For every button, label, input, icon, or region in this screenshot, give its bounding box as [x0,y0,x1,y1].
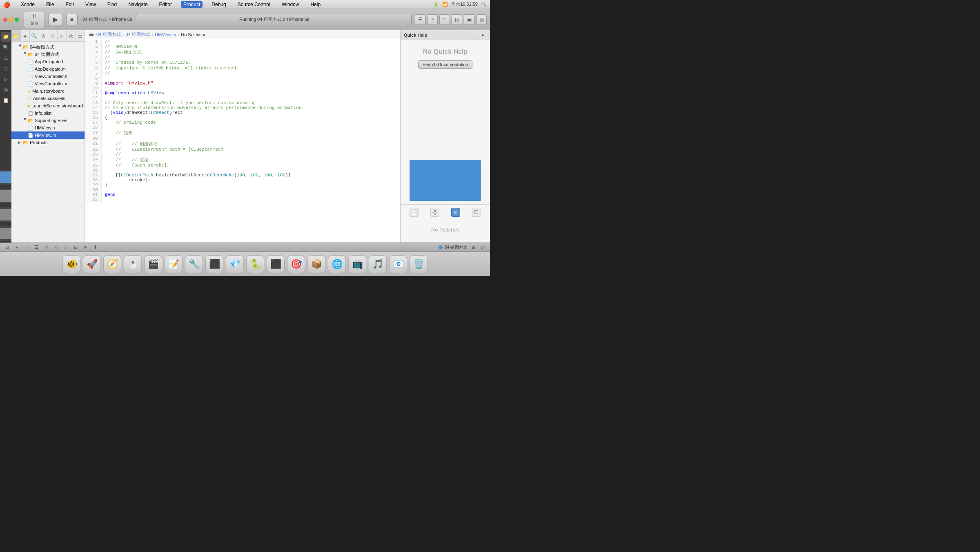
layout-toggle-2[interactable]: ▣ [464,14,474,25]
test-icon[interactable]: ◇ [1,64,11,73]
navigator-icon[interactable]: 📁 [1,32,11,42]
status-grid-right-icon[interactable]: ⊞ [470,244,477,251]
file-inspector-icon[interactable]: 📄 [410,208,419,217]
tree-item-infoplist[interactable]: 📋 Info.plist [11,109,85,117]
debug-nav-icon[interactable]: ▷ [1,74,11,84]
menu-product[interactable]: Product [181,1,203,8]
menu-help[interactable]: Help [308,1,323,8]
menu-editor[interactable]: Editor [157,1,174,8]
symbol-nav-tab[interactable]: ◈ [21,30,30,41]
menu-window[interactable]: Window [279,1,302,8]
breadcrumb-file[interactable]: HMView.m [155,32,176,37]
dock-app3[interactable]: 🖱️ [124,255,142,273]
dock-app14[interactable]: 📺 [348,255,366,273]
project-nav-tab[interactable]: 📁 [11,30,21,41]
status-add-icon[interactable]: + [13,244,20,251]
scheme-selector[interactable]: 04-绘图方式 > iPhone 6s [82,16,132,22]
status-down-icon[interactable]: ▽ [62,244,69,251]
tree-item-supporting-files[interactable]: ▶ 📂 Supporting Files [11,117,85,124]
menu-edit[interactable]: Edit [63,1,76,8]
menu-debug[interactable]: Debug [209,1,228,8]
report-nav-tab[interactable]: ☰ [76,30,85,41]
layout-toggle-1[interactable]: ▤ [452,14,462,25]
inspector-toggle-2[interactable]: ▸ [479,31,487,39]
dock-launchpad[interactable]: 🚀 [83,255,101,273]
code-editor[interactable]: 1//2// HMView.m3// 04-绘图方式4//5// Created… [85,39,400,243]
help-inspector-icon[interactable]: {} [430,208,439,217]
dock-app17[interactable]: 🗑️ [410,255,428,273]
dock-app12[interactable]: 📦 [307,255,325,273]
issues-icon[interactable]: ⚠ [1,53,11,63]
menu-view[interactable]: View [83,1,98,8]
status-up-icon[interactable]: △ [52,244,60,251]
menu-file[interactable]: File [44,1,56,8]
nav-arrows[interactable]: ◀▶ [88,32,95,37]
dock-app11[interactable]: 🎯 [287,255,305,273]
dock-safari[interactable]: 🧭 [103,255,121,273]
tree-item-root-folder[interactable]: ▶ 📂 04-绘图方式 [11,43,85,51]
stop-button[interactable]: ⏸ 暂停 [24,11,45,28]
minimize-button[interactable] [9,18,13,22]
close-button[interactable] [3,18,7,22]
tree-item-assets[interactable]: ⬡ Assets.xcassets [11,95,85,102]
line-number-30: 30 [85,187,101,192]
status-share-icon[interactable]: ⬆ [91,244,99,251]
search-nav-icon[interactable]: 🔍 [1,42,11,52]
tree-item-appdelegate-h[interactable]: 📄 AppDelegate.h [11,58,85,65]
dock-terminal[interactable]: ⬛ [205,255,223,273]
dock-app10[interactable]: ⬛ [267,255,285,273]
utilities-toggle[interactable]: □ [439,14,450,25]
editor-area: ◀▶ 04-绘图方式 › 04-绘图方式 › HMView.m › No Sel… [85,30,400,243]
maximize-button[interactable] [15,18,19,22]
dock-sketch[interactable]: 💎 [226,255,244,273]
menu-source-control[interactable]: Source Control [235,1,273,8]
search-icon[interactable]: 🔍 [481,2,487,7]
menu-navigate[interactable]: Navigate [126,1,150,8]
issue-nav-tab[interactable]: ⚠ [39,30,49,41]
tree-item-launch-storyboard[interactable]: ◈ LaunchScreen.storyboard [11,102,85,109]
quick-help-inspector-icon[interactable]: ⊙ [451,208,460,217]
tree-item-hmview-m[interactable]: 📄 HMView.m [11,131,85,139]
test-nav-tab[interactable]: ◇ [48,30,58,41]
status-right-icon[interactable]: ▷ [479,244,487,251]
dock-app16[interactable]: 📧 [389,255,407,273]
dock-textedit[interactable]: 📝 [165,255,183,273]
tree-item-products[interactable]: ▶ 📂 Products [11,139,85,146]
tree-item-hmview-h[interactable]: 📄 HMView.h [11,124,85,131]
tree-item-viewcontroller-m[interactable]: 📄 ViewController.m [11,80,85,87]
status-filter-icon[interactable]: ⊟ [72,244,79,251]
status-circle-icon[interactable]: ○ [23,244,30,251]
debug-nav-tab[interactable]: ▷ [58,30,67,41]
dock-app15[interactable]: 🎵 [369,255,387,273]
dock-app6[interactable]: 🔧 [185,255,203,273]
search-doc-button[interactable]: Search Documentation [418,60,473,69]
tree-item-appdelegate-m[interactable]: 📄 AppDelegate.m [11,65,85,73]
report-icon[interactable]: 📋 [1,96,11,105]
layout-toggle-3[interactable]: ▦ [476,14,487,25]
dock-app9[interactable]: 🐍 [246,255,264,273]
tree-item-main-storyboard[interactable]: ◈ Main.storyboard [11,87,85,95]
status-toolbar-icon[interactable]: □ [42,244,50,251]
tree-item-viewcontroller-h[interactable]: 📄 ViewController.h [11,73,85,80]
dock-app4[interactable]: 🎬 [144,255,162,273]
menu-xcode[interactable]: Xcode [18,1,37,8]
dock-finder[interactable]: 🐠 [62,255,80,273]
breadcrumb-project[interactable]: 04-绘图方式 [126,31,150,38]
apple-menu[interactable]: 🍎 [3,1,10,8]
navigator-toggle[interactable]: ☰ [415,14,425,25]
stop-square-button[interactable]: ■ [66,14,78,25]
breadcrumb-root[interactable]: 04-绘图方式 [96,31,121,38]
breakpoint-nav-tab[interactable]: ◎ [67,30,76,41]
debug-toggle[interactable]: ⊟ [427,14,438,25]
fourth-inspector-icon[interactable]: ☐ [472,208,481,217]
run-button[interactable]: ▶ [48,14,63,25]
status-view-icon[interactable]: ☰ [33,244,40,251]
find-nav-tab[interactable]: 🔍 [30,30,39,41]
inspector-toggle-1[interactable]: □ [470,31,478,39]
status-grid-icon[interactable]: ⊞ [3,244,11,251]
tree-item-project-folder[interactable]: ▶ 📂 04-绘图方式 [11,51,85,58]
breakpoints-icon[interactable]: ◎ [1,85,11,95]
dock-app13[interactable]: 🌐 [328,255,346,273]
status-send-icon[interactable]: ⊳ [82,244,89,251]
menu-find[interactable]: Find [105,1,119,8]
